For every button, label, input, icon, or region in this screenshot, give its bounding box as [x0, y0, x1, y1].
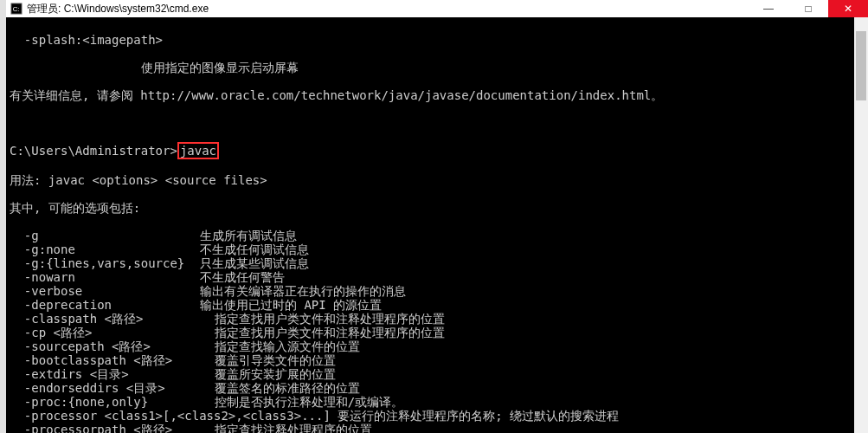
option-line: -g:{lines,vars,source}只生成某些调试信息 [6, 256, 868, 270]
output-line: 用法: javac <options> <source files> [6, 173, 868, 187]
cmd-icon: C: [10, 2, 23, 16]
option-desc: 指定查找注释处理程序的位置 [200, 423, 372, 433]
desktop-taskbar-strip [0, 0, 6, 433]
titlebar[interactable]: C: 管理员: C:\Windows\system32\cmd.exe — □ … [6, 0, 868, 17]
scrollbar[interactable] [854, 17, 868, 433]
option-line: -nowarn不生成任何警告 [6, 270, 868, 284]
option-flag: -endorseddirs <目录> [10, 381, 200, 395]
option-desc: 不生成任何调试信息 [200, 242, 309, 256]
option-desc: 生成所有调试信息 [200, 229, 297, 242]
option-desc: 覆盖签名的标准路径的位置 [200, 381, 360, 395]
option-line: -deprecation输出使用已过时的 API 的源位置 [6, 298, 868, 312]
option-flag: -g:none [10, 242, 200, 256]
terminal-output[interactable]: -splash:<imagepath> 使用指定的图像显示启动屏幕 有关详细信息… [6, 17, 868, 433]
output-line: 其中, 可能的选项包括: [6, 201, 868, 215]
option-desc: 控制是否执行注释处理和/或编译。 [200, 395, 403, 409]
output-line: -splash:<imagepath> [6, 33, 868, 47]
option-flag: -bootclasspath <路径> [10, 353, 200, 367]
highlighted-command: javac [177, 142, 219, 159]
output-line: 使用指定的图像显示启动屏幕 [6, 61, 868, 74]
option-flag: -proc:{none,only} [10, 395, 200, 409]
window-controls: — □ ✕ [749, 0, 868, 17]
option-flag: -verbose [10, 284, 200, 298]
option-flag: -extdirs <目录> [10, 367, 200, 381]
option-line: -extdirs <目录> 覆盖所安装扩展的位置 [6, 367, 868, 381]
option-desc: 指定查找用户类文件和注释处理程序的位置 [200, 326, 445, 339]
option-line: -verbose输出有关编译器正在执行的操作的消息 [6, 284, 868, 298]
window-title: 管理员: C:\Windows\system32\cmd.exe [27, 2, 749, 16]
option-desc: 输出有关编译器正在执行的操作的消息 [200, 284, 406, 298]
option-flag: -nowarn [10, 270, 200, 284]
prompt-line: C:\Users\Administrator>javac [6, 144, 868, 159]
option-desc: 覆盖所安装扩展的位置 [200, 367, 336, 381]
option-line: -processorpath <路径> 指定查找注释处理程序的位置 [6, 423, 868, 433]
option-flag: -g [10, 229, 200, 242]
option-flag: -deprecation [10, 298, 200, 312]
option-line: -sourcepath <路径> 指定查找输入源文件的位置 [6, 339, 868, 353]
option-line: -endorseddirs <目录> 覆盖签名的标准路径的位置 [6, 381, 868, 395]
option-desc: 只生成某些调试信息 [200, 256, 309, 270]
option-flag: -cp <路径> [10, 326, 200, 339]
option-line: -classpath <路径> 指定查找用户类文件和注释处理程序的位置 [6, 312, 868, 326]
option-flag: -classpath <路径> [10, 312, 200, 326]
option-line: -proc:{none,only} 控制是否执行注释处理和/或编译。 [6, 395, 868, 409]
option-desc: 不生成任何警告 [200, 270, 285, 284]
option-desc: 指定查找用户类文件和注释处理程序的位置 [200, 312, 445, 326]
option-line: -bootclasspath <路径> 覆盖引导类文件的位置 [6, 353, 868, 367]
options-list: -g生成所有调试信息 -g:none不生成任何调试信息 -g:{lines,va… [6, 229, 868, 433]
output-line: 有关详细信息, 请参阅 http://www.oracle.com/techne… [6, 88, 868, 102]
maximize-button[interactable]: □ [788, 0, 828, 17]
minimize-button[interactable]: — [749, 0, 788, 17]
option-desc: 覆盖引导类文件的位置 [200, 353, 336, 367]
svg-text:C:: C: [13, 5, 20, 13]
option-flag: -g:{lines,vars,source} [10, 256, 200, 270]
option-line: -g生成所有调试信息 [6, 229, 868, 242]
close-button[interactable]: ✕ [828, 0, 868, 17]
option-flag: -sourcepath <路径> [10, 339, 200, 353]
option-desc: 指定查找输入源文件的位置 [200, 339, 360, 353]
option-line: -g:none不生成任何调试信息 [6, 242, 868, 256]
scroll-thumb[interactable] [856, 31, 866, 100]
option-desc: 输出使用已过时的 API 的源位置 [200, 298, 382, 312]
output-line [6, 116, 868, 130]
option-flag: -processorpath <路径> [10, 423, 200, 433]
cmd-window: C: 管理员: C:\Windows\system32\cmd.exe — □ … [6, 0, 868, 433]
prompt-path: C:\Users\Administrator> [10, 144, 177, 158]
option-line: -processor <class1>[,<class2>,<class3>..… [6, 409, 868, 423]
option-line: -cp <路径> 指定查找用户类文件和注释处理程序的位置 [6, 326, 868, 339]
